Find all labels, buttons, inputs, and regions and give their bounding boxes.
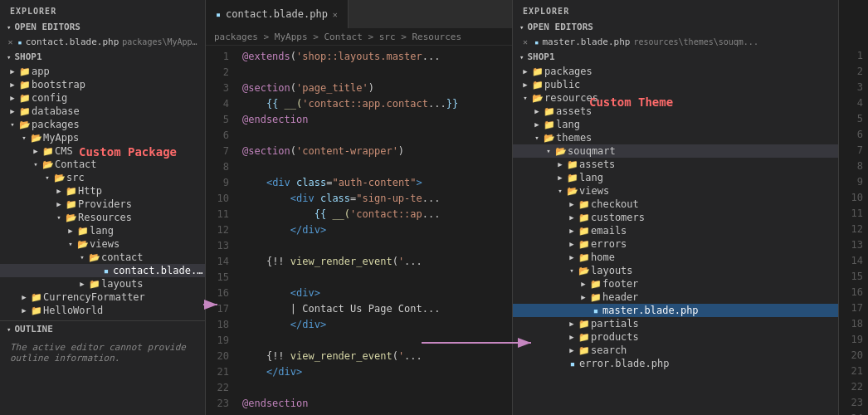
- tree-packages[interactable]: ▾ 📂 packages: [0, 118, 205, 131]
- tree-contact-blade[interactable]: ▪ contact.blade.php: [0, 264, 205, 277]
- tree-config[interactable]: ▶ 📁 config: [0, 91, 205, 105]
- tree-resources[interactable]: ▾ 📂 Resources: [0, 211, 205, 224]
- folder-arrow: ▾: [65, 240, 76, 248]
- r-tree-layouts[interactable]: ▾ 📂 layouts: [513, 264, 838, 277]
- tree-item-label: lang: [579, 172, 838, 183]
- blade-file-icon: ▪: [100, 266, 113, 276]
- folder-icon: 📁: [578, 226, 591, 237]
- folder-arrow: ▶: [76, 280, 88, 288]
- right-shop1-section[interactable]: ▾ SHOP1: [513, 49, 838, 65]
- right-section: EXPLORER ▾ OPEN EDITORS ✕ ▪ master.blade…: [513, 0, 868, 415]
- close-icon[interactable]: ✕: [7, 37, 14, 46]
- tree-item-label: Contact: [55, 159, 205, 170]
- tree-item-label: partials: [591, 318, 838, 330]
- tree-item-label: views: [90, 238, 205, 250]
- r-tree-packages[interactable]: ▶ 📁 packages: [513, 65, 838, 78]
- r-tree-footer[interactable]: ▶ 📁 footer: [513, 277, 838, 290]
- editor-filepath: packages\MyApps\Cont...: [122, 37, 198, 46]
- tree-http[interactable]: ▶ 📁 Http: [0, 184, 205, 198]
- line-numbers: 12345 678910 1112131415 1617181920 21222…: [206, 46, 236, 415]
- blade-icon: ▪: [534, 38, 539, 46]
- close-tab-icon[interactable]: ✕: [333, 10, 338, 19]
- tree-helloworld[interactable]: ▶ 📁 HelloWorld: [0, 304, 205, 317]
- tree-cms[interactable]: ▶ 📁 CMS: [0, 144, 205, 158]
- right-open-editor-master[interactable]: ✕ ▪ master.blade.php resources\themes\so…: [513, 35, 838, 49]
- tree-myapps[interactable]: ▾ 📂 MyApps: [0, 131, 205, 144]
- close-icon[interactable]: ✕: [519, 37, 531, 46]
- shop1-arrow: ▾: [7, 53, 11, 61]
- code-content[interactable]: @extends('shop::layouts.master... @secti…: [236, 46, 512, 415]
- r-tree-header[interactable]: ▶ 📁 header: [513, 290, 838, 304]
- folder-icon: 📁: [566, 159, 579, 170]
- r-tree-themes[interactable]: ▾ 📂 themes: [513, 131, 838, 144]
- tab-blade-icon: ▪: [216, 10, 221, 19]
- r-tree-assets[interactable]: ▶ 📁 assets: [513, 105, 838, 118]
- r-tree-master-blade[interactable]: ▪ master.blade.php: [513, 304, 838, 317]
- outline-message: The active editor cannot provide outline…: [0, 337, 205, 369]
- outline-section[interactable]: ▾ OUTLINE: [0, 321, 205, 337]
- r-tree-resources[interactable]: ▾ 📂 resources: [513, 91, 838, 105]
- r-tree-checkout[interactable]: ▶ 📁 checkout: [513, 198, 838, 211]
- open-editors-section[interactable]: ▾ OPEN EDITORS: [0, 19, 205, 35]
- right-open-editors-label: OPEN EDITORS: [527, 22, 592, 32]
- r-tree-emails[interactable]: ▶ 📁 emails: [513, 224, 838, 237]
- folder-icon: 📁: [18, 93, 32, 104]
- tree-item-label: layouts: [591, 265, 838, 276]
- tree-item-label: products: [591, 331, 838, 343]
- tree-lang[interactable]: ▶ 📁 lang: [0, 224, 205, 237]
- folder-icon: 📁: [65, 186, 78, 197]
- folder-arrow: ▾: [543, 147, 554, 155]
- folder-icon: 📁: [578, 199, 591, 210]
- r-tree-lang2[interactable]: ▶ 📁 lang: [513, 171, 838, 184]
- folder-arrow: ▶: [531, 120, 543, 129]
- r-tree-customers[interactable]: ▶ 📁 customers: [513, 211, 838, 224]
- r-tree-assets2[interactable]: ▶ 📁 assets: [513, 158, 838, 171]
- folder-icon: 📂: [88, 252, 101, 263]
- folder-arrow: ▶: [566, 213, 578, 222]
- folder-arrow: ▶: [519, 67, 531, 76]
- folder-arrow: ▾: [519, 94, 531, 102]
- folder-arrow: ▶: [566, 346, 578, 354]
- tree-src[interactable]: ▾ 📂 src: [0, 171, 205, 184]
- open-editors-arrow: ▾: [7, 23, 11, 32]
- folder-icon: 📂: [566, 186, 579, 197]
- folder-arrow: ▶: [566, 200, 578, 208]
- tree-item-label: layouts: [101, 278, 205, 290]
- tree-contact[interactable]: ▾ 📂 Contact: [0, 158, 205, 171]
- right-explorer-title: EXPLORER: [513, 0, 838, 19]
- r-tree-souqmart[interactable]: ▾ 📂 souqmart: [513, 144, 838, 158]
- tree-item-label: HelloWorld: [43, 305, 205, 316]
- open-editor-contact[interactable]: ✕ ▪ contact.blade.php packages\MyApps\Co…: [0, 35, 205, 49]
- right-open-editors-arrow: ▾: [519, 23, 524, 32]
- breadcrumb: packages > MyApps > Contact > src > Reso…: [206, 29, 512, 46]
- shop1-section[interactable]: ▾ SHOP1: [0, 49, 205, 65]
- tree-app[interactable]: ▶ 📁 app: [0, 65, 205, 78]
- tree-item-label: lang: [556, 119, 838, 130]
- r-tree-lang[interactable]: ▶ 📁 lang: [513, 118, 838, 131]
- r-tree-search[interactable]: ▶ 📁 search: [513, 344, 838, 357]
- right-open-editors-section[interactable]: ▾ OPEN EDITORS: [513, 19, 838, 35]
- tree-item-label: CurrencyFormatter: [43, 291, 205, 303]
- tab-label: contact.blade.php: [226, 8, 328, 20]
- r-tree-products[interactable]: ▶ 📁 products: [513, 330, 838, 344]
- r-tree-home[interactable]: ▶ 📁 home: [513, 251, 838, 264]
- tree-currencyformatter[interactable]: ▶ 📁 CurrencyFormatter: [0, 290, 205, 304]
- tree-bootstrap[interactable]: ▶ 📁 bootstrap: [0, 78, 205, 91]
- r-tree-public[interactable]: ▶ 📁 public: [513, 78, 838, 91]
- tree-database[interactable]: ▶ 📁 database: [0, 105, 205, 118]
- outline-arrow: ▾: [7, 325, 11, 334]
- tree-providers[interactable]: ▶ 📁 Providers: [0, 198, 205, 211]
- r-tree-errors[interactable]: ▶ 📁 errors: [513, 237, 838, 251]
- blade-file-icon: ▪: [589, 305, 602, 316]
- r-tree-error-blade[interactable]: ▪ error.blade.php: [513, 357, 838, 370]
- tree-layouts[interactable]: ▶ 📁 layouts: [0, 277, 205, 290]
- r-tree-partials[interactable]: ▶ 📁 partials: [513, 317, 838, 330]
- tree-views[interactable]: ▾ 📂 views: [0, 237, 205, 251]
- folder-arrow: ▶: [7, 107, 18, 115]
- tree-contact-folder[interactable]: ▾ 📂 contact: [0, 251, 205, 264]
- outline-label: OUTLINE: [14, 324, 52, 334]
- r-tree-views[interactable]: ▾ 📂 views: [513, 184, 838, 198]
- folder-icon: 📂: [18, 120, 32, 130]
- folder-arrow: ▶: [7, 67, 18, 76]
- editor-tab-contact[interactable]: ▪ contact.blade.php ✕: [206, 0, 349, 28]
